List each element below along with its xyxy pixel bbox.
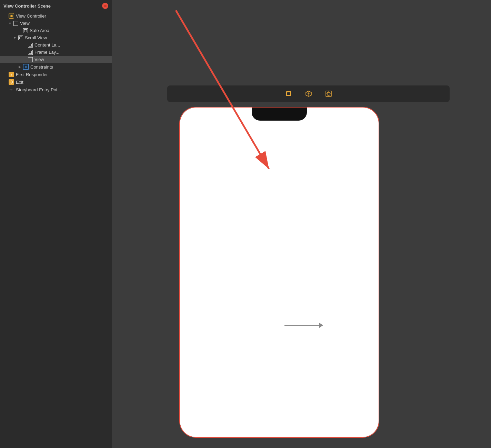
first-responder-icon: 1: [9, 72, 14, 77]
scroll-label: Scroll View: [25, 35, 47, 40]
inner-view-icon: [28, 57, 33, 62]
view-icon: [13, 21, 18, 26]
safe-area-label: Safe Area: [30, 28, 49, 33]
content-layout-icon: [28, 43, 33, 48]
disclosure-scroll[interactable]: [13, 36, 17, 40]
vc-label: View Controller: [16, 13, 46, 19]
main-canvas: [112, 0, 491, 448]
constraints-icon: ⊞: [23, 64, 29, 70]
sidebar-item-safe-area[interactable]: Safe Area: [0, 27, 112, 34]
cube-icon-btn[interactable]: [304, 89, 313, 99]
sidebar-item-first-responder[interactable]: 1 First Responder: [0, 71, 112, 78]
frame-layout-icon: [28, 50, 33, 55]
canvas-toolbar: [167, 85, 450, 102]
iphone-notch: [252, 108, 307, 121]
layout-icon-btn[interactable]: [324, 89, 333, 99]
stop-icon-btn[interactable]: [284, 89, 293, 99]
svg-rect-7: [327, 92, 330, 95]
nav-arrow: [284, 323, 323, 328]
exit-icon: [9, 79, 14, 85]
svg-rect-0: [10, 82, 12, 82]
constraints-label: Constraints: [30, 64, 53, 70]
sidebar: View Controller Scene View Controller Vi…: [0, 0, 112, 448]
scene-header-text: View Controller Scene: [3, 3, 100, 9]
sidebar-item-content-layout[interactable]: Content La...: [0, 41, 112, 49]
iphone-mockup: [179, 107, 379, 438]
safe-area-icon: [23, 28, 28, 33]
content-layout-label: Content La...: [34, 42, 60, 48]
sidebar-item-constraints[interactable]: ⊞ Constraints: [0, 63, 112, 71]
disclosure-view[interactable]: [8, 22, 12, 25]
sidebar-item-scroll-view[interactable]: Scroll View: [0, 34, 112, 41]
sidebar-item-inner-view[interactable]: View: [0, 56, 112, 63]
exit-label: Exit: [16, 80, 23, 85]
sidebar-item-storyboard-entry[interactable]: → Storyboard Entry Poi...: [0, 86, 112, 93]
sidebar-item-frame-layout[interactable]: Frame Lay...: [0, 49, 112, 56]
first-responder-label: First Responder: [16, 72, 48, 77]
iphone-screen: [180, 108, 379, 437]
nav-arrow-head: [319, 323, 323, 328]
vc-icon: [9, 13, 14, 19]
view-label: View: [20, 21, 30, 26]
frame-layout-label: Frame Lay...: [34, 50, 59, 55]
nav-arrow-line: [284, 325, 319, 326]
inner-view-label: View: [34, 57, 44, 62]
storyboard-entry-label: Storyboard Entry Poi...: [16, 87, 61, 92]
scroll-icon: [18, 35, 23, 40]
scene-dot-icon[interactable]: [102, 3, 108, 9]
sidebar-item-exit[interactable]: Exit: [0, 78, 112, 86]
sidebar-item-view-controller[interactable]: View Controller: [0, 12, 112, 20]
entry-arrow-icon: →: [9, 87, 13, 92]
disclosure-constraints[interactable]: [18, 65, 21, 69]
sidebar-item-view[interactable]: View: [0, 20, 112, 27]
scene-header: View Controller Scene: [0, 0, 112, 12]
svg-rect-4: [287, 92, 290, 95]
